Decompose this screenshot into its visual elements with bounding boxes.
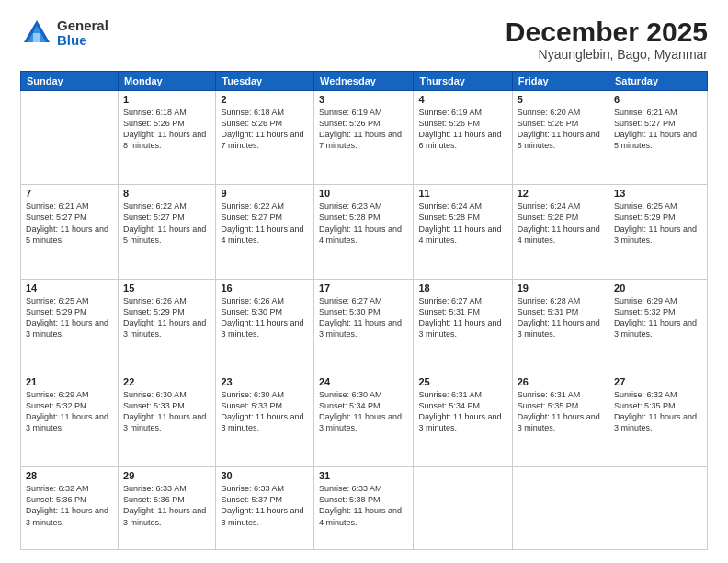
day-info: Sunrise: 6:33 AMSunset: 5:36 PMDaylight:…: [123, 484, 206, 526]
table-row: 28 Sunrise: 6:32 AMSunset: 5:36 PMDaylig…: [21, 467, 119, 550]
day-info: Sunrise: 6:22 AMSunset: 5:27 PMDaylight:…: [221, 201, 303, 244]
header: General Blue December 2025 Nyaunglebin, …: [20, 17, 708, 62]
table-row: 12 Sunrise: 6:24 AMSunset: 5:28 PMDaylig…: [512, 185, 609, 279]
day-info: Sunrise: 6:27 AMSunset: 5:30 PMDaylight:…: [319, 296, 402, 339]
day-info: Sunrise: 6:24 AMSunset: 5:28 PMDaylight:…: [418, 201, 501, 244]
day-number: 25: [418, 376, 506, 387]
table-row: 3 Sunrise: 6:19 AMSunset: 5:26 PMDayligh…: [313, 91, 414, 185]
day-number: 31: [319, 470, 409, 481]
table-row: 15 Sunrise: 6:26 AMSunset: 5:29 PMDaylig…: [119, 279, 216, 373]
day-info: Sunrise: 6:30 AMSunset: 5:33 PMDaylight:…: [221, 390, 303, 432]
week-row-3: 21 Sunrise: 6:29 AMSunset: 5:32 PMDaylig…: [21, 373, 708, 466]
day-info: Sunrise: 6:18 AMSunset: 5:26 PMDaylight:…: [221, 108, 303, 150]
day-number: 11: [418, 188, 506, 199]
day-number: 2: [221, 94, 309, 105]
day-number: 18: [418, 282, 506, 293]
table-row: 9 Sunrise: 6:22 AMSunset: 5:27 PMDayligh…: [216, 185, 314, 279]
table-row: 31 Sunrise: 6:33 AMSunset: 5:38 PMDaylig…: [313, 467, 414, 550]
table-row: 4 Sunrise: 6:19 AMSunset: 5:26 PMDayligh…: [414, 91, 512, 185]
day-info: Sunrise: 6:25 AMSunset: 5:29 PMDaylight:…: [26, 296, 108, 339]
table-row: 11 Sunrise: 6:24 AMSunset: 5:28 PMDaylig…: [414, 185, 512, 279]
col-header-thursday: Thursday: [414, 72, 512, 91]
table-row: 7 Sunrise: 6:21 AMSunset: 5:27 PMDayligh…: [21, 185, 119, 279]
table-row: 30 Sunrise: 6:33 AMSunset: 5:37 PMDaylig…: [216, 467, 314, 550]
table-row: 25 Sunrise: 6:31 AMSunset: 5:34 PMDaylig…: [414, 373, 512, 466]
day-number: 10: [319, 188, 409, 199]
table-row: 16 Sunrise: 6:26 AMSunset: 5:30 PMDaylig…: [216, 279, 314, 373]
week-row-1: 7 Sunrise: 6:21 AMSunset: 5:27 PMDayligh…: [21, 185, 708, 279]
day-number: 22: [123, 376, 210, 387]
week-row-2: 14 Sunrise: 6:25 AMSunset: 5:29 PMDaylig…: [21, 279, 708, 373]
table-row: 20 Sunrise: 6:29 AMSunset: 5:32 PMDaylig…: [609, 279, 708, 373]
day-number: 14: [26, 282, 113, 293]
day-number: 27: [614, 376, 702, 387]
day-info: Sunrise: 6:30 AMSunset: 5:34 PMDaylight:…: [319, 390, 402, 432]
table-row: [512, 467, 609, 550]
day-info: Sunrise: 6:19 AMSunset: 5:26 PMDaylight:…: [418, 108, 501, 150]
day-number: 3: [319, 94, 409, 105]
week-row-4: 28 Sunrise: 6:32 AMSunset: 5:36 PMDaylig…: [21, 467, 708, 550]
day-info: Sunrise: 6:30 AMSunset: 5:33 PMDaylight:…: [123, 390, 206, 432]
day-info: Sunrise: 6:33 AMSunset: 5:37 PMDaylight:…: [221, 484, 303, 526]
day-info: Sunrise: 6:33 AMSunset: 5:38 PMDaylight:…: [319, 484, 402, 526]
table-row: 8 Sunrise: 6:22 AMSunset: 5:27 PMDayligh…: [119, 185, 216, 279]
logo: General Blue: [20, 17, 108, 50]
table-row: 19 Sunrise: 6:28 AMSunset: 5:31 PMDaylig…: [512, 279, 609, 373]
day-info: Sunrise: 6:32 AMSunset: 5:35 PMDaylight:…: [614, 390, 697, 432]
logo-general-text: General: [57, 18, 108, 34]
page: General Blue December 2025 Nyaunglebin, …: [0, 0, 728, 563]
day-info: Sunrise: 6:25 AMSunset: 5:29 PMDaylight:…: [614, 201, 697, 244]
day-info: Sunrise: 6:21 AMSunset: 5:27 PMDaylight:…: [614, 108, 697, 150]
table-row: [609, 467, 708, 550]
day-info: Sunrise: 6:26 AMSunset: 5:29 PMDaylight:…: [123, 296, 206, 339]
table-row: 21 Sunrise: 6:29 AMSunset: 5:32 PMDaylig…: [21, 373, 119, 466]
day-number: 9: [221, 188, 309, 199]
day-info: Sunrise: 6:24 AMSunset: 5:28 PMDaylight:…: [518, 201, 600, 244]
col-header-friday: Friday: [512, 72, 609, 91]
logo-blue-text: Blue: [57, 33, 108, 49]
day-info: Sunrise: 6:19 AMSunset: 5:26 PMDaylight:…: [319, 108, 402, 150]
day-info: Sunrise: 6:31 AMSunset: 5:35 PMDaylight:…: [518, 390, 600, 432]
day-number: 4: [418, 94, 506, 105]
day-number: 17: [319, 282, 409, 293]
table-row: 24 Sunrise: 6:30 AMSunset: 5:34 PMDaylig…: [313, 373, 414, 466]
location-subtitle: Nyaunglebin, Bago, Myanmar: [506, 47, 708, 62]
day-number: 30: [221, 470, 309, 481]
table-row: 17 Sunrise: 6:27 AMSunset: 5:30 PMDaylig…: [313, 279, 414, 373]
day-number: 15: [123, 282, 210, 293]
col-header-wednesday: Wednesday: [313, 72, 414, 91]
day-number: 28: [26, 470, 113, 481]
day-info: Sunrise: 6:26 AMSunset: 5:30 PMDaylight:…: [221, 296, 303, 339]
day-info: Sunrise: 6:27 AMSunset: 5:31 PMDaylight:…: [418, 296, 501, 339]
day-number: 24: [319, 376, 409, 387]
day-number: 21: [26, 376, 113, 387]
week-row-0: 1 Sunrise: 6:18 AMSunset: 5:26 PMDayligh…: [21, 91, 708, 185]
day-number: 5: [518, 94, 604, 105]
day-info: Sunrise: 6:22 AMSunset: 5:27 PMDaylight:…: [123, 201, 206, 244]
table-row: 22 Sunrise: 6:30 AMSunset: 5:33 PMDaylig…: [119, 373, 216, 466]
day-number: 29: [123, 470, 210, 481]
table-row: 18 Sunrise: 6:27 AMSunset: 5:31 PMDaylig…: [414, 279, 512, 373]
day-info: Sunrise: 6:29 AMSunset: 5:32 PMDaylight:…: [614, 296, 697, 339]
table-row: 23 Sunrise: 6:30 AMSunset: 5:33 PMDaylig…: [216, 373, 314, 466]
day-info: Sunrise: 6:21 AMSunset: 5:27 PMDaylight:…: [26, 201, 108, 244]
day-info: Sunrise: 6:28 AMSunset: 5:31 PMDaylight:…: [518, 296, 600, 339]
calendar-table: Sunday Monday Tuesday Wednesday Thursday…: [20, 71, 708, 550]
header-row: Sunday Monday Tuesday Wednesday Thursday…: [21, 72, 708, 91]
table-row: 14 Sunrise: 6:25 AMSunset: 5:29 PMDaylig…: [21, 279, 119, 373]
table-row: [21, 91, 119, 185]
table-row: 13 Sunrise: 6:25 AMSunset: 5:29 PMDaylig…: [609, 185, 708, 279]
day-info: Sunrise: 6:32 AMSunset: 5:36 PMDaylight:…: [26, 484, 108, 526]
table-row: 5 Sunrise: 6:20 AMSunset: 5:26 PMDayligh…: [512, 91, 609, 185]
day-number: 19: [518, 282, 604, 293]
table-row: 10 Sunrise: 6:23 AMSunset: 5:28 PMDaylig…: [313, 185, 414, 279]
day-info: Sunrise: 6:31 AMSunset: 5:34 PMDaylight:…: [418, 390, 501, 432]
day-info: Sunrise: 6:18 AMSunset: 5:26 PMDaylight:…: [123, 108, 206, 150]
day-number: 12: [518, 188, 604, 199]
day-info: Sunrise: 6:29 AMSunset: 5:32 PMDaylight:…: [26, 390, 108, 432]
day-number: 6: [614, 94, 702, 105]
table-row: 1 Sunrise: 6:18 AMSunset: 5:26 PMDayligh…: [119, 91, 216, 185]
col-header-sunday: Sunday: [21, 72, 119, 91]
month-title: December 2025: [506, 17, 708, 47]
col-header-tuesday: Tuesday: [216, 72, 314, 91]
